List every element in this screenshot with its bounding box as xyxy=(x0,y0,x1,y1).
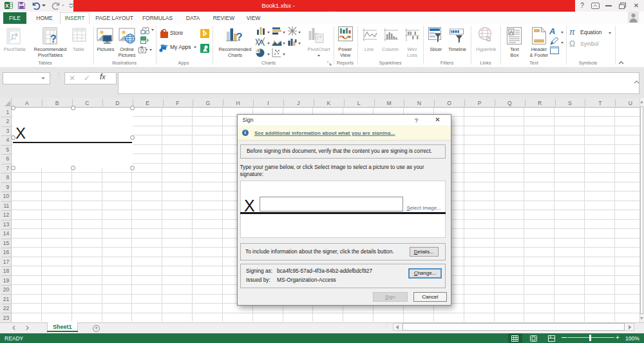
svg-text:X: X xyxy=(5,3,9,9)
svg-text:?: ? xyxy=(236,31,242,43)
svg-text:?: ? xyxy=(50,34,57,44)
svg-text:A: A xyxy=(509,29,513,35)
